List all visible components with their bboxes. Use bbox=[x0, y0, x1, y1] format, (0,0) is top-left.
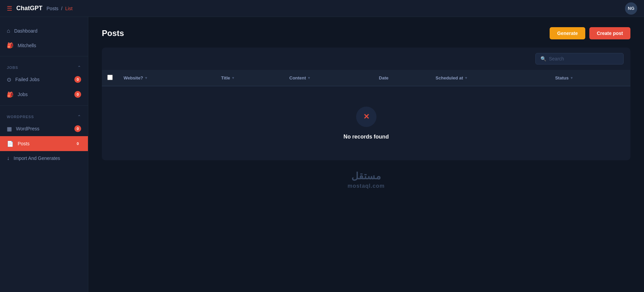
sort-icon: ▼ bbox=[464, 76, 468, 80]
sidebar: ⌂ Dashboard 🎒 Mitchells JOBS ⌃ ⊙ Failed … bbox=[0, 17, 88, 292]
section-jobs: JOBS ⌃ bbox=[0, 60, 88, 72]
jobs-badge: 0 bbox=[74, 91, 81, 98]
th-website[interactable]: Website? ▼ bbox=[118, 70, 216, 86]
breadcrumb-current: List bbox=[65, 6, 73, 11]
empty-state-row: ✕ No records found bbox=[102, 86, 630, 161]
sidebar-item-jobs[interactable]: 🎒 Jobs 0 bbox=[0, 87, 88, 102]
th-content[interactable]: Content ▼ bbox=[284, 70, 373, 86]
layout: ⌂ Dashboard 🎒 Mitchells JOBS ⌃ ⊙ Failed … bbox=[0, 17, 644, 292]
empty-x-icon: ✕ bbox=[363, 112, 369, 121]
generate-button[interactable]: Generate bbox=[550, 27, 585, 39]
divider bbox=[0, 105, 88, 106]
main-content: Posts Generate Create post 🔍 bbox=[88, 17, 644, 292]
search-wrapper: 🔍 bbox=[535, 53, 624, 65]
sidebar-item-label: Failed Jobs bbox=[15, 77, 70, 82]
topbar-left: ☰ ChatGPT Posts / List bbox=[7, 5, 73, 12]
sidebar-item-label: Mitchells bbox=[18, 43, 81, 48]
sidebar-item-posts[interactable]: 📄 Posts 0 bbox=[0, 136, 88, 151]
chevron-up-icon: ⌃ bbox=[77, 65, 81, 70]
page-header: Posts Generate Create post bbox=[102, 27, 630, 39]
search-input[interactable] bbox=[549, 56, 619, 61]
th-scheduled-at[interactable]: Scheduled at ▼ bbox=[430, 70, 550, 86]
th-date: Date bbox=[373, 70, 430, 86]
table-header-row: Website? ▼ Title ▼ Conte bbox=[102, 70, 630, 86]
header-actions: Generate Create post bbox=[550, 27, 630, 39]
empty-icon-circle: ✕ bbox=[356, 107, 376, 127]
breadcrumb: Posts / List bbox=[47, 6, 73, 11]
th-status[interactable]: Status ▼ bbox=[550, 70, 630, 86]
divider bbox=[0, 56, 88, 56]
breadcrumb-parent[interactable]: Posts bbox=[47, 6, 58, 11]
failed-jobs-badge: 0 bbox=[74, 76, 81, 83]
footer-arabic: مستقل bbox=[351, 171, 381, 181]
footer-watermark: مستقل mostaql.com bbox=[102, 160, 630, 196]
empty-state: ✕ No records found bbox=[102, 86, 630, 160]
home-icon: ⌂ bbox=[7, 28, 10, 34]
sidebar-item-mitchells[interactable]: 🎒 Mitchells bbox=[0, 38, 88, 53]
create-post-button[interactable]: Create post bbox=[589, 27, 630, 39]
sort-icon: ▼ bbox=[145, 76, 148, 80]
sidebar-item-dashboard[interactable]: ⌂ Dashboard bbox=[0, 24, 88, 38]
scheduled-at-col-sort: Scheduled at ▼ bbox=[436, 75, 468, 80]
sidebar-item-failed-jobs[interactable]: ⊙ Failed Jobs 0 bbox=[0, 72, 88, 87]
footer-latin: mostaql.com bbox=[102, 183, 630, 189]
posts-badge: 0 bbox=[74, 140, 81, 147]
wordpress-icon: ▦ bbox=[7, 126, 12, 132]
search-icon: 🔍 bbox=[540, 56, 546, 61]
select-all-checkbox[interactable] bbox=[107, 75, 113, 80]
sidebar-item-label: Import And Generates bbox=[14, 156, 81, 161]
sort-icon: ▼ bbox=[307, 76, 311, 80]
sidebar-item-label: Dashboard bbox=[14, 28, 81, 34]
content-col-sort: Content ▼ bbox=[289, 75, 311, 80]
table-card: 🔍 Website? ▼ bbox=[102, 48, 630, 160]
sidebar-item-label: Posts bbox=[18, 141, 70, 146]
app-name: ChatGPT bbox=[16, 5, 42, 12]
sidebar-item-label: Jobs bbox=[18, 92, 70, 97]
avatar[interactable]: NG bbox=[625, 2, 637, 15]
sort-icon: ▼ bbox=[232, 76, 235, 80]
breadcrumb-sep: / bbox=[61, 6, 62, 11]
import-icon: ↓ bbox=[7, 155, 10, 161]
topbar: ☰ ChatGPT Posts / List NG bbox=[0, 0, 644, 17]
menu-icon[interactable]: ☰ bbox=[7, 5, 12, 12]
topbar-right: NG bbox=[625, 2, 637, 15]
failed-jobs-icon: ⊙ bbox=[7, 76, 11, 83]
website-col-sort: Website? ▼ bbox=[124, 75, 148, 80]
section-wordpress: WORDPRESS ⌃ bbox=[0, 109, 88, 121]
data-table: Website? ▼ Title ▼ Conte bbox=[102, 70, 630, 160]
mitchells-icon: 🎒 bbox=[7, 42, 14, 49]
page-title: Posts bbox=[102, 29, 124, 38]
th-checkbox bbox=[102, 70, 118, 86]
posts-icon: 📄 bbox=[7, 141, 14, 147]
sidebar-item-label: WordPress bbox=[16, 126, 70, 131]
empty-state-message: No records found bbox=[109, 134, 624, 140]
title-col-sort: Title ▼ bbox=[221, 75, 235, 80]
sidebar-item-wordpress[interactable]: ▦ WordPress 0 bbox=[0, 121, 88, 136]
th-title[interactable]: Title ▼ bbox=[216, 70, 284, 86]
table-head: Website? ▼ Title ▼ Conte bbox=[102, 70, 630, 86]
chevron-up-icon: ⌃ bbox=[77, 114, 81, 119]
table-toolbar: 🔍 bbox=[102, 48, 630, 70]
sidebar-item-import-generates[interactable]: ↓ Import And Generates bbox=[0, 151, 88, 165]
wordpress-badge: 0 bbox=[74, 125, 81, 132]
jobs-icon: 🎒 bbox=[7, 91, 14, 98]
sort-icon: ▼ bbox=[570, 76, 573, 80]
status-col-sort: Status ▼ bbox=[555, 75, 573, 80]
table-body: ✕ No records found bbox=[102, 86, 630, 161]
